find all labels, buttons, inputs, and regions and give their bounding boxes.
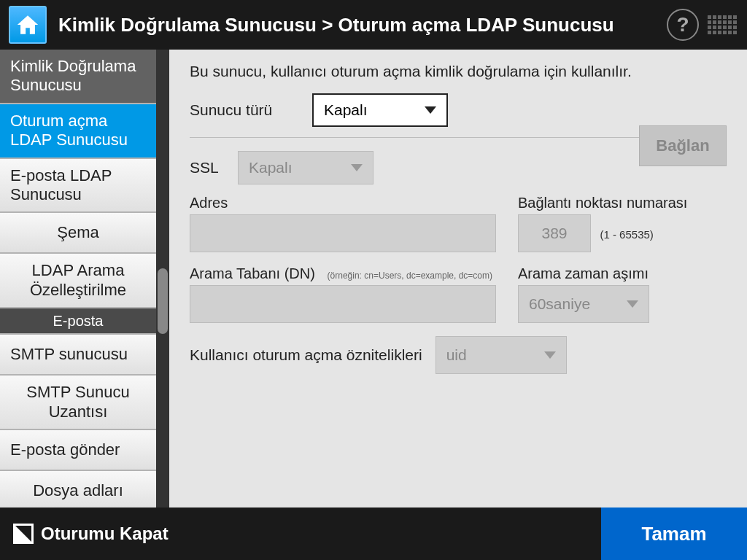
sidebar-section-email: E-posta: [0, 308, 156, 335]
sidebar-item-email-ldap[interactable]: E-posta LDAP Sunucusu: [0, 159, 156, 214]
sidebar-scrollbar-track[interactable]: [156, 50, 169, 508]
port-range-hint: (1 - 65535): [600, 228, 653, 241]
sidebar-item-auth-server[interactable]: Kimlik Doğrulama Sunucusu: [0, 50, 156, 104]
ssl-dropdown: Kapalı: [238, 151, 374, 184]
sidebar: Kimlik Doğrulama Sunucusu Oturum açma LD…: [0, 50, 169, 508]
search-base-input[interactable]: [190, 285, 496, 323]
server-type-label: Sunucu türü: [190, 101, 299, 119]
search-base-hint: (örneğin: cn=Users, dc=example, dc=com): [328, 271, 492, 281]
logout-button[interactable]: Oturumu Kapat: [0, 508, 182, 560]
home-icon: [15, 12, 40, 37]
login-attr-dropdown: uid: [436, 336, 567, 374]
footer-bar: Oturumu Kapat Tamam: [0, 508, 747, 560]
help-button[interactable]: ?: [667, 9, 699, 41]
sidebar-item-smtp-server[interactable]: SMTP sunucusu: [0, 335, 156, 376]
ok-button[interactable]: Tamam: [601, 508, 747, 560]
chevron-down-icon: [544, 351, 556, 359]
search-base-label-text: Arama Tabanı (DN): [190, 265, 315, 281]
sidebar-item-login-ldap[interactable]: Oturum açma LDAP Sunucusu: [0, 104, 156, 159]
logout-label: Oturumu Kapat: [41, 524, 169, 544]
server-type-dropdown[interactable]: Kapalı: [312, 93, 448, 127]
sidebar-item-schema[interactable]: Şema: [0, 213, 156, 254]
ssl-value: Kapalı: [249, 159, 293, 176]
port-label: Bağlantı noktası numarası: [518, 195, 687, 211]
sidebar-item-ldap-search-custom[interactable]: LDAP Arama Özelleştirilme: [0, 254, 156, 308]
sidebar-item-send-email[interactable]: E-posta gönder: [0, 430, 156, 471]
sidebar-scrollbar-thumb[interactable]: [158, 268, 168, 334]
main-panel: Bu sunucu, kullanıcı oturum açma kimlik …: [169, 50, 747, 508]
chevron-down-icon: [627, 300, 638, 308]
address-label: Adres: [190, 195, 496, 211]
port-input[interactable]: 389: [518, 214, 591, 252]
breadcrumb: Kimlik Doğrulama Sunucusu > Oturum açma …: [58, 14, 659, 36]
timeout-dropdown: 60saniye: [518, 285, 649, 323]
header-bar: Kimlik Doğrulama Sunucusu > Oturum açma …: [0, 0, 747, 50]
logout-icon: [13, 524, 34, 544]
keyboard-button[interactable]: [706, 9, 738, 41]
page-description: Bu sunucu, kullanıcı oturum açma kimlik …: [190, 63, 727, 80]
server-type-value: Kapalı: [324, 101, 368, 119]
chevron-down-icon: [425, 106, 436, 114]
search-base-label: Arama Tabanı (DN) (örneğin: cn=Users, dc…: [190, 265, 496, 282]
login-attr-value: uid: [446, 346, 467, 364]
ssl-label: SSL: [190, 159, 225, 176]
keyboard-icon: [708, 15, 737, 34]
sidebar-item-file-names[interactable]: Dosya adları: [0, 471, 156, 508]
connect-button[interactable]: Bağlan: [639, 125, 727, 166]
sidebar-item-smtp-extension[interactable]: SMTP Sunucu Uzantısı: [0, 376, 156, 430]
question-icon: ?: [676, 13, 689, 36]
home-button[interactable]: [9, 6, 47, 44]
login-attr-label: Kullanıcı oturum açma öznitelikleri: [190, 346, 422, 364]
address-input[interactable]: [190, 214, 496, 252]
timeout-label: Arama zaman aşımı: [518, 265, 649, 282]
timeout-value: 60saniye: [529, 295, 590, 313]
chevron-down-icon: [351, 164, 363, 171]
